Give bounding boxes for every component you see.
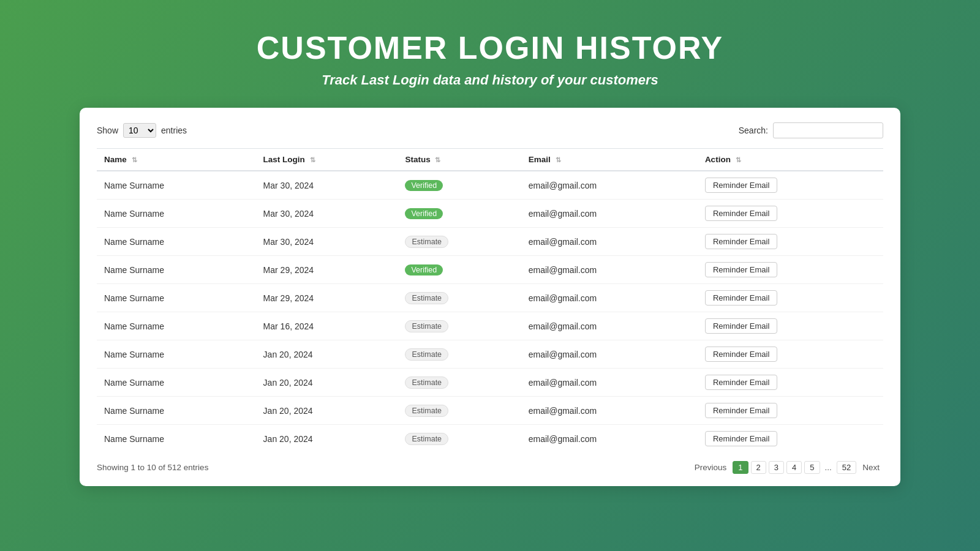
cell-name: Name Surname [97,397,256,425]
show-entries-control: Show 10 25 50 100 entries [97,123,187,138]
cell-name: Name Surname [97,284,256,312]
cell-name: Name Surname [97,312,256,340]
cell-email: email@gmail.com [521,425,698,453]
show-label-pre: Show [97,126,118,135]
status-badge: Estimate [405,433,448,445]
cell-email: email@gmail.com [521,312,698,340]
cell-email: email@gmail.com [521,397,698,425]
pagination-page-1[interactable]: 1 [733,461,748,474]
table-header-row: Name ⇅ Last Login ⇅ Status ⇅ Email ⇅ Act… [97,149,883,171]
table-row: Name Surname Mar 30, 2024 Verified email… [97,171,883,200]
cell-name: Name Surname [97,200,256,228]
data-table: Name ⇅ Last Login ⇅ Status ⇅ Email ⇅ Act… [97,148,883,452]
table-row: Name Surname Jan 20, 2024 Estimate email… [97,340,883,369]
pagination-page-2[interactable]: 2 [751,461,766,474]
col-action[interactable]: Action ⇅ [698,149,883,171]
pagination-page-4[interactable]: 4 [786,461,802,474]
entries-select[interactable]: 10 25 50 100 [123,123,156,138]
reminder-email-button[interactable]: Reminder Email [705,262,777,277]
cell-name: Name Surname [97,369,256,397]
cell-email: email@gmail.com [521,369,698,397]
table-row: Name Surname Mar 30, 2024 Estimate email… [97,228,883,256]
table-row: Name Surname Jan 20, 2024 Estimate email… [97,397,883,425]
cell-email: email@gmail.com [521,284,698,312]
table-controls: Show 10 25 50 100 entries Search: [97,122,883,138]
status-badge: Verified [405,264,443,276]
cell-status: Estimate [398,425,521,453]
pagination-previous[interactable]: Previous [691,462,731,473]
reminder-email-button[interactable]: Reminder Email [705,347,777,362]
cell-action: Reminder Email [698,171,883,200]
cell-last-login: Jan 20, 2024 [256,397,398,425]
cell-status: Estimate [398,397,521,425]
cell-name: Name Surname [97,256,256,284]
cell-action: Reminder Email [698,284,883,312]
col-name[interactable]: Name ⇅ [97,149,256,171]
cell-last-login: Mar 29, 2024 [256,284,398,312]
cell-status: Verified [398,200,521,228]
table-row: Name Surname Mar 30, 2024 Verified email… [97,200,883,228]
cell-status: Estimate [398,369,521,397]
cell-status: Estimate [398,340,521,369]
table-row: Name Surname Jan 20, 2024 Estimate email… [97,369,883,397]
reminder-email-button[interactable]: Reminder Email [705,290,777,305]
cell-last-login: Jan 20, 2024 [256,425,398,453]
reminder-email-button[interactable]: Reminder Email [705,403,777,418]
sort-action-icon: ⇅ [736,156,741,164]
reminder-email-button[interactable]: Reminder Email [705,375,777,390]
status-badge: Estimate [405,320,448,332]
cell-action: Reminder Email [698,369,883,397]
cell-action: Reminder Email [698,425,883,453]
pagination-next[interactable]: Next [859,462,883,473]
pagination-page-3[interactable]: 3 [769,461,784,474]
search-label: Search: [739,126,768,135]
pagination-ellipsis: ... [823,462,834,473]
col-email[interactable]: Email ⇅ [521,149,698,171]
cell-status: Estimate [398,228,521,256]
reminder-email-button[interactable]: Reminder Email [705,318,777,334]
status-badge: Verified [405,180,443,191]
status-badge: Estimate [405,405,448,417]
table-footer: Showing 1 to 10 of 512 entries Previous … [97,461,883,474]
cell-last-login: Mar 30, 2024 [256,200,398,228]
cell-action: Reminder Email [698,312,883,340]
cell-action: Reminder Email [698,200,883,228]
cell-name: Name Surname [97,425,256,453]
cell-last-login: Mar 30, 2024 [256,228,398,256]
table-row: Name Surname Mar 29, 2024 Estimate email… [97,284,883,312]
cell-status: Estimate [398,284,521,312]
cell-name: Name Surname [97,228,256,256]
cell-email: email@gmail.com [521,200,698,228]
cell-action: Reminder Email [698,397,883,425]
col-last-login[interactable]: Last Login ⇅ [256,149,398,171]
status-badge: Estimate [405,348,448,361]
cell-name: Name Surname [97,340,256,369]
reminder-email-button[interactable]: Reminder Email [705,178,777,193]
status-badge: Estimate [405,292,448,304]
reminder-email-button[interactable]: Reminder Email [705,234,777,249]
status-badge: Estimate [405,377,448,389]
cell-name: Name Surname [97,171,256,200]
reminder-email-button[interactable]: Reminder Email [705,431,777,446]
cell-last-login: Jan 20, 2024 [256,340,398,369]
pagination: Previous 12345 ... 52 Next [691,461,883,474]
cell-status: Verified [398,256,521,284]
pagination-last[interactable]: 52 [837,461,856,474]
sort-login-icon: ⇅ [310,156,315,164]
cell-status: Verified [398,171,521,200]
col-status[interactable]: Status ⇅ [398,149,521,171]
cell-last-login: Mar 29, 2024 [256,256,398,284]
cell-action: Reminder Email [698,256,883,284]
cell-email: email@gmail.com [521,171,698,200]
cell-action: Reminder Email [698,228,883,256]
page-title: CUSTOMER LOGIN HISTORY [257,29,723,66]
cell-action: Reminder Email [698,340,883,369]
table-row: Name Surname Mar 29, 2024 Verified email… [97,256,883,284]
table-row: Name Surname Jan 20, 2024 Estimate email… [97,425,883,453]
search-input[interactable] [773,122,883,138]
sort-name-icon: ⇅ [132,156,137,164]
reminder-email-button[interactable]: Reminder Email [705,206,777,221]
status-badge: Estimate [405,236,448,248]
pagination-page-5[interactable]: 5 [804,461,820,474]
status-badge: Verified [405,208,443,219]
